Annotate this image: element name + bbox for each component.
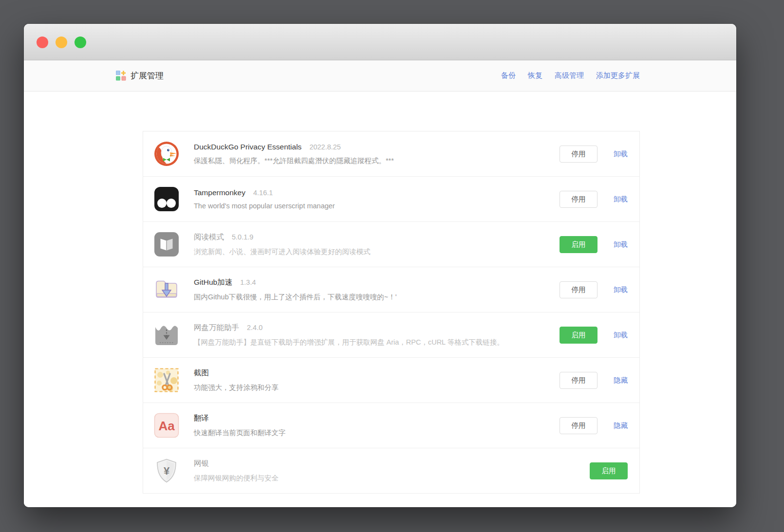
svg-text:¥: ¥ [164,465,170,477]
header-nav: 备份 恢复 高级管理 添加更多扩展 [501,71,640,80]
extension-version: 2022.8.25 [309,143,341,151]
disable-extension-button[interactable]: 停用 [560,372,597,389]
extension-name: 网盘万能助手 [194,323,239,333]
extension-row: ¥ 网银 保障网银网购的便利与安全 启用 [143,448,639,494]
enable-extension-button[interactable]: 启用 [590,462,628,479]
disable-extension-button[interactable]: 停用 [560,191,597,208]
extension-description: 浏览新闻、小说、漫画时可进入阅读体验更好的阅读模式 [194,247,560,257]
uninstall-extension-link[interactable]: 卸载 [614,330,628,340]
disable-extension-button[interactable]: 停用 [560,146,597,163]
minimize-window-button[interactable] [56,37,67,48]
extension-name: Tampermonkey [194,188,245,197]
extension-description: 快速翻译当前页面和翻译文字 [194,428,560,438]
extension-row: DuckDuckGo Privacy Essentials 2022.8.25 … [143,131,639,177]
svg-text:Aa: Aa [158,419,175,433]
extension-row: Tampermonkey 4.16.1 The world's most pop… [143,177,639,222]
disable-extension-button[interactable]: 停用 [560,417,597,434]
uninstall-extension-link[interactable]: 卸载 [614,285,628,294]
enable-extension-button[interactable]: 启用 [560,236,597,253]
extensions-logo-icon [116,71,126,81]
extension-description: The world's most popular userscript mana… [194,202,560,210]
hide-extension-link[interactable]: 隐藏 [614,421,628,430]
uninstall-extension-link[interactable]: 卸载 [614,240,628,249]
app-header: 扩展管理 备份 恢复 高级管理 添加更多扩展 [24,60,736,92]
uninstall-extension-link[interactable]: 卸载 [614,195,628,204]
uninstall-extension-link[interactable]: 卸载 [614,149,628,159]
traffic-lights [37,37,86,48]
extension-description: 保護私隱、簡化程序。***允許阻截四處潛伏的隱藏追蹤程式。*** [194,156,560,165]
extension-row: 网盘万能助手 2.4.0 【网盘万能助手】是直链下载助手的增强扩展，用于获取网盘… [143,312,639,358]
nav-advanced-manage-link[interactable]: 高级管理 [555,71,584,80]
extension-version: 5.0.1.9 [232,233,253,241]
bank-shield-icon: ¥ [154,458,179,483]
extension-name: 翻译 [194,413,209,423]
hide-extension-link[interactable]: 隐藏 [614,376,628,385]
duckduckgo-icon [154,141,179,166]
extension-name: DuckDuckGo Privacy Essentials [194,143,301,151]
nav-backup-link[interactable]: 备份 [501,71,516,80]
nav-add-more-extensions-link[interactable]: 添加更多扩展 [596,71,640,80]
extension-version: 4.16.1 [253,189,273,197]
zoom-window-button[interactable] [75,37,86,48]
extension-name: 截图 [194,368,209,378]
close-window-button[interactable] [37,37,48,48]
page-title-text: 扩展管理 [131,70,164,81]
screenshot-icon [154,367,179,393]
extension-version: 2.4.0 [247,324,262,331]
github-accelerate-icon [154,277,179,302]
extension-name: 阅读模式 [194,232,224,242]
nav-restore-link[interactable]: 恢复 [528,71,542,80]
extension-name: 网银 [194,459,209,469]
tampermonkey-icon [154,186,179,212]
disable-extension-button[interactable]: 停用 [560,281,597,298]
enable-extension-button[interactable]: 启用 [560,327,597,344]
extension-version: 1.3.4 [240,278,256,286]
extension-description: 保障网银网购的便利与安全 [194,474,590,483]
translate-icon: Aa [154,413,179,438]
extension-list: DuckDuckGo Privacy Essentials 2022.8.25 … [143,131,640,494]
extension-row: GitHub加速 1.3.4 国内Github下载很慢，用上了这个插件后，下载速… [143,267,639,312]
extension-description: 【网盘万能助手】是直链下载助手的增强扩展，用于获取网盘 Aria，RPC，cUR… [194,338,560,347]
netdisk-helper-icon [154,322,179,348]
extension-row: Aa 翻译 快速翻译当前页面和翻译文字 停用 隐藏 [143,403,639,448]
page-title: 扩展管理 [116,70,164,81]
extension-description: 国内Github下载很慢，用上了这个插件后，下载速度嗖嗖嗖的~！' [194,293,560,302]
extension-row: 截图 功能强大，支持涂鸦和分享 停用 隐藏 [143,358,639,403]
reading-mode-icon [154,232,179,257]
window-titlebar [24,24,736,60]
extension-row: 阅读模式 5.0.1.9 浏览新闻、小说、漫画时可进入阅读体验更好的阅读模式 启… [143,222,639,267]
main-content: DuckDuckGo Privacy Essentials 2022.8.25 … [24,131,736,507]
extension-manager-window: 扩展管理 备份 恢复 高级管理 添加更多扩展 DuckDuckGo Privac… [24,24,736,507]
extension-description: 功能强大，支持涂鸦和分享 [194,383,560,392]
extension-name: GitHub加速 [194,277,232,288]
